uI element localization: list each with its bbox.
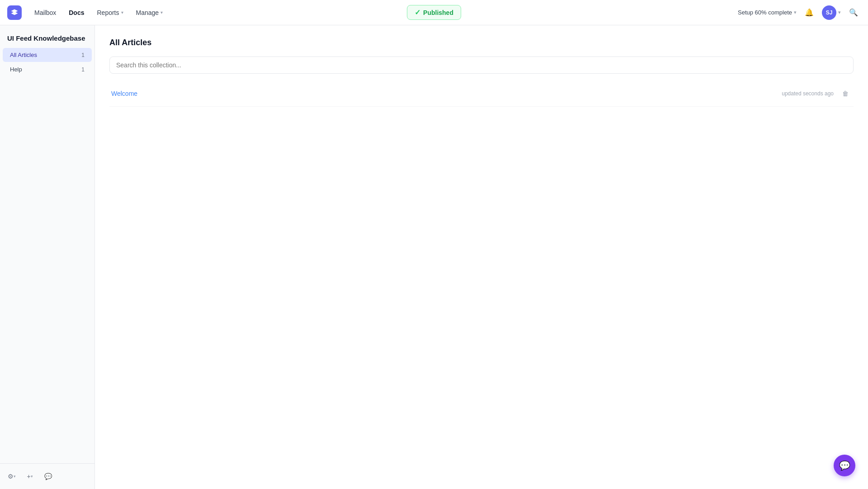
avatar: SJ <box>822 5 836 20</box>
page-title: All Articles <box>109 38 854 47</box>
app-logo[interactable] <box>7 5 22 20</box>
article-count-badge: 1 <box>81 52 85 58</box>
nav-items: Mailbox Docs Reports ▾ Manage ▾ <box>29 6 168 19</box>
search-button[interactable]: 🔍 <box>846 5 861 20</box>
table-row: Welcome updated seconds ago 🗑 <box>109 81 854 107</box>
article-link[interactable]: Welcome <box>111 90 137 97</box>
gear-icon: ⚙ <box>8 473 14 480</box>
chevron-down-icon: ▾ <box>31 474 33 479</box>
nav-reports[interactable]: Reports ▾ <box>91 6 128 19</box>
nav-manage[interactable]: Manage ▾ <box>131 6 169 19</box>
setup-progress[interactable]: Setup 60% complete ▾ <box>738 9 797 16</box>
chat-icon: 💬 <box>44 473 52 480</box>
sidebar-title: UI Feed Knowledgebase <box>0 25 94 47</box>
bell-icon: 🔔 <box>805 8 814 17</box>
article-updated-time: updated seconds ago <box>782 90 834 97</box>
sidebar-item-all-articles[interactable]: All Articles 1 <box>3 48 92 62</box>
sidebar-bottom-toolbar: ⚙ ▾ + ▾ 💬 <box>0 463 94 489</box>
help-count-badge: 1 <box>81 66 85 73</box>
sidebar-item-help[interactable]: Help 1 <box>3 62 92 76</box>
user-menu[interactable]: SJ ▾ <box>822 5 841 20</box>
sidebar-nav: All Articles 1 Help 1 <box>0 47 94 463</box>
chevron-down-icon: ▾ <box>160 10 163 15</box>
top-nav: Mailbox Docs Reports ▾ Manage ▾ ✓ Publis… <box>0 0 868 25</box>
chevron-down-icon: ▾ <box>838 9 841 15</box>
notifications-button[interactable]: 🔔 <box>802 5 816 20</box>
settings-button[interactable]: ⚙ ▾ <box>4 469 20 484</box>
delete-article-button[interactable]: 🗑 <box>839 87 852 100</box>
chevron-down-icon: ▾ <box>14 474 16 479</box>
add-button[interactable]: + ▾ <box>22 469 38 484</box>
chat-fab-button[interactable]: 💬 <box>834 455 855 476</box>
published-badge: ✓ Published <box>407 5 461 20</box>
chat-bubble-icon: 💬 <box>839 460 850 471</box>
app-body: UI Feed Knowledgebase All Articles 1 Hel… <box>0 25 868 489</box>
article-meta: updated seconds ago 🗑 <box>782 87 852 100</box>
chat-button[interactable]: 💬 <box>40 469 56 484</box>
search-icon: 🔍 <box>849 8 858 17</box>
plus-icon: + <box>27 473 30 480</box>
search-input[interactable] <box>109 56 854 74</box>
nav-docs[interactable]: Docs <box>63 6 90 19</box>
trash-icon: 🗑 <box>842 90 849 97</box>
sidebar: UI Feed Knowledgebase All Articles 1 Hel… <box>0 25 95 489</box>
check-icon: ✓ <box>415 8 420 17</box>
nav-right: Setup 60% complete ▾ 🔔 SJ ▾ 🔍 <box>738 5 861 20</box>
main-content: All Articles Welcome updated seconds ago… <box>95 25 868 489</box>
articles-list: Welcome updated seconds ago 🗑 <box>109 81 854 107</box>
chevron-down-icon: ▾ <box>794 9 797 15</box>
nav-mailbox[interactable]: Mailbox <box>29 6 61 19</box>
chevron-down-icon: ▾ <box>121 10 123 15</box>
